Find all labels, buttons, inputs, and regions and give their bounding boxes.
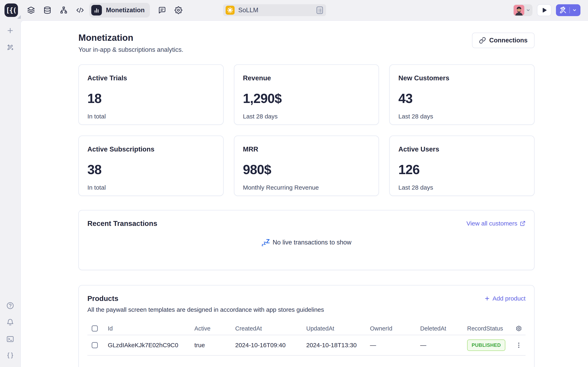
recent-transactions-panel: Recent Transactions View all customers z… <box>78 210 535 270</box>
code-icon <box>76 6 84 14</box>
row-menu-button[interactable] <box>512 342 526 349</box>
notifications-button[interactable] <box>5 318 16 326</box>
stat-title: Active Subscriptions <box>87 145 215 153</box>
comments-button[interactable] <box>154 3 170 17</box>
divider <box>570 7 570 13</box>
transactions-title: Recent Transactions <box>87 219 157 227</box>
tab-monetization[interactable]: Monetization <box>89 3 150 17</box>
status-badge: PUBLISHED <box>467 340 505 351</box>
select-all-checkbox[interactable] <box>92 325 98 332</box>
stat-card-active-users: Active Users 126 Last 28 days <box>389 136 535 196</box>
ai-edit-button[interactable] <box>5 43 16 51</box>
nav-sitemap-button[interactable] <box>56 3 72 17</box>
products-table: Id Active CreatedAt UpdatedAt OwnerId De… <box>87 322 526 356</box>
table-row[interactable]: GLzdIAkeKJk7E02hC9C0 true 2024-10-16T09:… <box>87 335 526 356</box>
stat-card-active-subscriptions: Active Subscriptions 38 In total <box>78 136 224 196</box>
transactions-empty-state: z z Z No live transactions to show <box>87 238 526 247</box>
add-product-label: Add product <box>493 295 526 302</box>
layers-icon <box>27 6 35 14</box>
plus-icon <box>6 27 14 34</box>
comment-icon <box>158 6 166 14</box>
transactions-empty-text: No live transactions to show <box>273 239 351 246</box>
user-menu[interactable] <box>513 4 532 16</box>
topbar-nav <box>23 3 88 17</box>
database-icon <box>43 6 51 14</box>
sleep-icon: z z Z <box>261 238 270 247</box>
column-settings-icon[interactable] <box>515 325 522 332</box>
sitemap-icon <box>60 6 68 14</box>
stat-card-active-trials: Active Trials 18 In total <box>78 64 224 125</box>
stat-value: 18 <box>87 91 215 106</box>
stat-caption: In total <box>87 184 215 191</box>
braces-icon <box>6 352 14 360</box>
terminal-icon <box>6 335 14 343</box>
left-sidebar <box>0 20 20 367</box>
stat-title: New Customers <box>398 74 526 82</box>
chevron-down-icon <box>572 8 577 12</box>
app-switcher[interactable]: SoLLM <box>223 4 326 16</box>
app-details-button[interactable] <box>315 6 324 15</box>
stats-grid: Active Trials 18 In total Revenue 1,290$… <box>78 64 535 196</box>
form-list-icon <box>315 6 324 15</box>
col-id: Id <box>102 325 189 332</box>
gear-icon <box>174 6 182 14</box>
main-panel: Monetization Your in-app & subscriptions… <box>20 20 588 367</box>
bell-icon <box>6 318 14 326</box>
app-logo[interactable]: [{( <box>4 3 18 17</box>
col-createdat: CreatedAt <box>229 325 301 332</box>
magic-pencil-icon <box>6 43 14 51</box>
code-json-button[interactable] <box>5 352 16 360</box>
help-circle-icon <box>6 302 14 309</box>
run-app-button[interactable] <box>537 4 552 16</box>
tab-monetization-label: Monetization <box>106 7 145 14</box>
vertical-dots-icon <box>515 342 522 349</box>
stat-title: Active Trials <box>87 74 215 82</box>
col-active: Active <box>189 325 229 332</box>
stat-value: 38 <box>87 162 215 177</box>
logo-glyph: [{( <box>6 6 17 14</box>
table-header-row: Id Active CreatedAt UpdatedAt OwnerId De… <box>87 322 526 335</box>
view-all-customers-link[interactable]: View all customers <box>466 220 526 227</box>
nav-code-button[interactable] <box>72 3 88 17</box>
terminal-button[interactable] <box>5 335 16 343</box>
top-bar: [{( Monetizati <box>0 0 588 20</box>
page-title: Monetization <box>78 33 183 43</box>
chevron-down-icon <box>526 8 530 12</box>
stat-value: 980$ <box>243 162 370 177</box>
sidebar-bottom-group <box>5 293 16 360</box>
help-button[interactable] <box>5 301 16 310</box>
row-checkbox[interactable] <box>92 342 98 348</box>
cell-deletedat: — <box>415 342 461 349</box>
bar-chart-icon <box>91 5 102 16</box>
products-panel: Products Add product All the paywall scr… <box>78 285 535 367</box>
sun-icon <box>226 6 234 15</box>
col-recordstatus: RecordStatus <box>461 325 512 332</box>
stat-caption: Monthly Recurring Revenue <box>243 184 370 191</box>
add-product-button[interactable]: Add product <box>484 295 526 302</box>
stat-value: 43 <box>398 91 526 106</box>
nav-layers-button[interactable] <box>23 3 39 17</box>
tools-icon <box>560 7 567 14</box>
stat-title: Revenue <box>243 74 370 82</box>
build-tools-button[interactable] <box>556 4 580 16</box>
stat-value: 126 <box>398 162 526 177</box>
settings-button[interactable] <box>170 3 187 17</box>
page-header: Monetization Your in-app & subscriptions… <box>78 33 535 53</box>
connections-button[interactable]: Connections <box>472 33 535 48</box>
stat-title: Active Users <box>398 145 526 153</box>
link-icon <box>479 37 486 44</box>
stat-caption: Last 28 days <box>243 113 370 120</box>
plus-icon <box>484 296 490 301</box>
stat-card-mrr: MRR 980$ Monthly Recurring Revenue <box>234 136 379 196</box>
cell-updatedat: 2024-10-18T13:30 <box>301 342 364 349</box>
cell-createdat: 2024-10-16T09:40 <box>229 342 301 349</box>
stat-title: MRR <box>243 145 370 153</box>
cell-ownerid: — <box>364 342 415 349</box>
stat-caption: In total <box>87 113 215 120</box>
cell-id: GLzdIAkeKJk7E02hC9C0 <box>102 342 189 349</box>
topbar-right-controls <box>513 4 580 16</box>
nav-database-button[interactable] <box>39 3 56 17</box>
play-icon <box>542 8 547 13</box>
add-button[interactable] <box>5 26 16 35</box>
cell-active: true <box>189 342 229 349</box>
